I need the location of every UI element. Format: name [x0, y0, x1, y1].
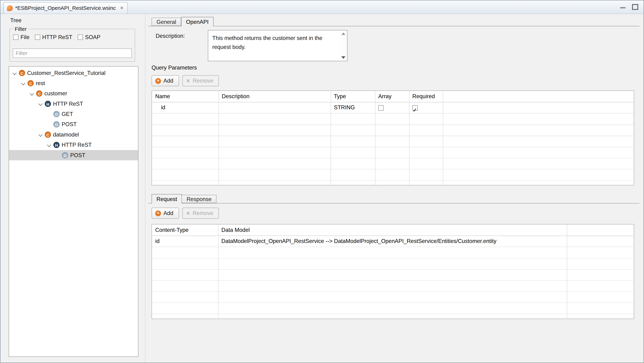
chevron-down-icon[interactable] — [29, 90, 36, 97]
class-icon: C — [19, 70, 25, 76]
soap-checkbox-label: SOAP — [85, 34, 100, 40]
column-header-filler — [443, 91, 634, 102]
cell-filler — [567, 236, 634, 247]
soap-checkbox[interactable] — [78, 35, 83, 40]
tree-item-http-rest-2[interactable]: H HTTP ReST — [9, 140, 138, 150]
description-textarea[interactable]: This method returns the customer sent in… — [208, 30, 348, 61]
tree-item-get[interactable]: O GET — [9, 109, 138, 119]
chevron-down-icon[interactable] — [20, 80, 27, 87]
required-checkbox[interactable] — [412, 105, 418, 110]
tab-response[interactable]: Response — [182, 195, 216, 203]
query-parameters-table: Name Description Type Array Required id … — [152, 91, 634, 185]
cell-description[interactable] — [218, 102, 330, 113]
chevron-down-icon[interactable] — [46, 142, 52, 148]
tree-item-customer[interactable]: C customer — [9, 88, 138, 99]
http-icon: H — [45, 101, 51, 107]
class-icon: C — [28, 80, 34, 86]
cell-array — [375, 102, 409, 113]
request-body-table: Content-Type Data Model id DataModelProj… — [152, 224, 634, 319]
table-row[interactable]: id DataModelProject_OpenAPI_RestService … — [152, 236, 634, 247]
title-bar: *ESBProject_OpenAPI_RestService.wsinc ✕ — [0, 0, 644, 14]
remove-icon: ✕ — [186, 78, 190, 84]
maximize-button[interactable] — [632, 4, 638, 9]
add-icon: + — [155, 210, 161, 216]
http-icon: H — [53, 142, 60, 148]
add-body-button[interactable]: + Add — [152, 208, 179, 219]
description-label: Description: — [156, 33, 185, 39]
column-header-content-type[interactable]: Content-Type — [152, 224, 218, 236]
column-header-data-model[interactable]: Data Model — [218, 224, 567, 236]
tree-item-http-rest-1[interactable]: H HTTP ReST — [9, 99, 138, 109]
file-checkbox-label: File — [20, 34, 30, 40]
class-icon: C — [45, 132, 51, 138]
body-toolbar: + Add ✕ Remove — [152, 208, 219, 219]
soap-filter[interactable]: SOAP — [78, 34, 100, 40]
filter-input[interactable] — [13, 49, 132, 58]
tree-item-label: GET — [62, 111, 73, 117]
http-rest-checkbox[interactable] — [35, 35, 40, 40]
description-scrollbar[interactable] — [340, 31, 347, 60]
add-button-label: Add — [164, 78, 173, 84]
tree-item-label: POST — [62, 121, 76, 127]
operation-icon: O — [53, 121, 60, 127]
empty-rows — [152, 247, 634, 318]
column-header-required[interactable]: Required — [409, 91, 443, 102]
http-rest-filter[interactable]: HTTP ReST — [35, 34, 72, 40]
table-header: Name Description Type Array Required — [152, 91, 634, 102]
filter-group: Filter File HTTP ReST SOAP — [10, 26, 135, 62]
description-text: This method returns the customer sent in… — [212, 35, 322, 50]
tree-item-rest[interactable]: C rest — [9, 78, 138, 88]
operation-icon: O — [62, 152, 68, 158]
empty-rows — [152, 114, 634, 185]
table-row[interactable]: id STRING — [152, 102, 634, 113]
cell-content-type[interactable]: id — [152, 236, 218, 247]
file-filter[interactable]: File — [13, 34, 29, 40]
tree-item-label: Customer_RestService_Tutorial — [27, 70, 106, 76]
tab-openapi[interactable]: OpenAPI — [181, 17, 214, 26]
tab-underline — [148, 26, 639, 26]
column-header-description[interactable]: Description — [218, 91, 330, 102]
wsinc-file-icon — [7, 5, 13, 11]
tab-request[interactable]: Request — [152, 194, 182, 204]
window-controls — [620, 4, 638, 9]
scroll-down-icon[interactable] — [341, 56, 345, 59]
remove-body-button[interactable]: ✕ Remove — [182, 208, 219, 219]
tree-item-post-datamodel[interactable]: O POST — [9, 150, 138, 160]
cell-data-model[interactable]: DataModelProject_OpenAPI_RestService -->… — [218, 236, 567, 247]
body-tab-strip: Request Response — [152, 194, 216, 204]
class-icon: C — [36, 91, 42, 97]
tab-underline — [148, 203, 639, 204]
query-parameters-title: Query Parameters — [152, 65, 197, 71]
tab-close-icon[interactable]: ✕ — [120, 5, 124, 11]
cell-name[interactable]: id — [152, 102, 218, 113]
tree-item-label: HTTP ReST — [53, 101, 83, 107]
panel-divider[interactable] — [145, 14, 145, 363]
window-title-tab[interactable]: *ESBProject_OpenAPI_RestService.wsinc ✕ — [3, 2, 128, 14]
window-title: *ESBProject_OpenAPI_RestService.wsinc — [15, 5, 116, 11]
cell-type[interactable]: STRING — [330, 102, 375, 113]
chevron-down-icon[interactable] — [38, 101, 44, 107]
column-header-array[interactable]: Array — [375, 91, 409, 102]
column-header-type[interactable]: Type — [330, 91, 375, 102]
table-header: Content-Type Data Model — [152, 224, 634, 236]
minimize-button[interactable] — [620, 4, 626, 9]
tree-item-label: datamodel — [53, 132, 79, 138]
tab-general[interactable]: General — [152, 18, 181, 26]
tree-item-datamodel[interactable]: C datamodel — [9, 130, 138, 140]
chevron-down-icon[interactable] — [38, 131, 44, 138]
tree-panel-title: Tree — [10, 17, 22, 23]
tree-item-post[interactable]: O POST — [9, 119, 138, 129]
column-header-name[interactable]: Name — [152, 91, 218, 102]
remove-query-param-button[interactable]: ✕ Remove — [182, 75, 219, 86]
scroll-up-icon[interactable] — [341, 33, 345, 35]
column-header-filler — [567, 224, 634, 236]
tree-view: C Customer_RestService_Tutorial C rest C… — [8, 66, 138, 357]
editor-tab-strip: General OpenAPI — [152, 17, 214, 26]
file-checkbox[interactable] — [13, 35, 18, 40]
array-checkbox[interactable] — [378, 105, 384, 110]
remove-icon: ✕ — [186, 210, 190, 216]
add-query-param-button[interactable]: + Add — [152, 75, 179, 86]
http-rest-checkbox-label: HTTP ReST — [42, 34, 72, 40]
tree-item-customer-restservice-tutorial[interactable]: C Customer_RestService_Tutorial — [9, 68, 138, 78]
chevron-down-icon[interactable] — [12, 70, 18, 76]
